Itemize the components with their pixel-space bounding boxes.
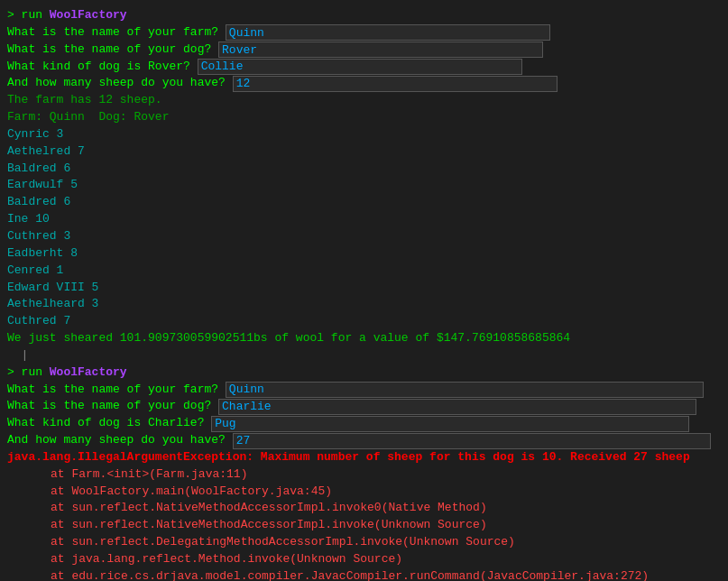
q2-line: What is the name of your dog? [7,42,728,59]
q2-input[interactable] [218,42,543,58]
q2-label: What is the name of your dog? [7,42,211,59]
output-0: The farm has 12 sheep. [7,92,728,109]
q1b-input[interactable] [226,382,704,398]
sheep-7: Eadberht 8 [7,245,728,263]
class-name-1: WoolFactory [50,7,127,24]
sheep-10: Aethelheard 3 [7,296,728,313]
sheep-0: Cynric 3 [7,126,728,143]
stack-6: at edu.rice.cs.drjava.model.compiler.Jav… [7,568,728,581]
terminal: > run WoolFactory What is the name of yo… [7,7,728,581]
sheep-6: Cuthred 3 [7,228,728,245]
sheep-2: Baldred 6 [7,161,728,178]
sheep-8: Cenred 1 [7,263,728,280]
q1-input[interactable] [226,24,550,41]
q2b-input[interactable] [218,399,696,415]
stack-3: at sun.reflect.NativeMethodAccessorImpl.… [7,517,728,534]
sheep-3: Eardwulf 5 [7,177,728,194]
q1b-label: What is the name of your farm? [7,382,218,399]
sheep-5: Ine 10 [7,211,728,228]
q1b-line: What is the name of your farm? [7,382,728,399]
q1-label: What is the name of your farm? [7,24,218,42]
output-1: Farm: Quinn Dog: Rover [7,109,728,126]
stack-2: at sun.reflect.NativeMethodAccessorImpl.… [7,500,728,517]
q2b-line: What is the name of your dog? [7,398,728,415]
run-line-1: > run WoolFactory [7,7,728,24]
sheep-9: Edward VIII 5 [7,280,728,297]
q4-input[interactable] [233,76,558,92]
divider: | [7,347,728,364]
class-name-2: WoolFactory [50,364,127,382]
q4-label: And how many sheep do you have? [7,75,226,92]
q3b-label: What kind of dog is Charlie? [7,415,204,432]
sheep-1: Aethelred 7 [7,143,728,161]
q4b-label: And how many sheep do you have? [7,432,226,449]
stack-1: at WoolFactory.main(WoolFactory.java:45) [7,484,728,501]
q4b-input[interactable] [233,433,711,449]
q3b-line: What kind of dog is Charlie? [7,415,728,432]
q1-line: What is the name of your farm? [7,24,728,42]
run-line-2: > run WoolFactory [7,364,728,382]
sheep-4: Baldred 6 [7,194,728,211]
stack-5: at java.lang.reflect.Method.invoke(Unkno… [7,551,728,568]
shear-line: We just sheared 101.909730059902511bs of… [7,330,728,347]
q2b-label: What is the name of your dog? [7,398,211,415]
stack-0: at Farm.<init>(Farm.java:11) [7,466,728,484]
q4-line: And how many sheep do you have? [7,75,728,92]
q3b-input[interactable] [211,416,689,432]
q3-input[interactable] [198,59,522,75]
stack-4: at sun.reflect.DelegatingMethodAccessorI… [7,534,728,551]
q3-label: What kind of dog is Rover? [7,59,190,76]
prompt-2: > run [7,364,50,382]
error-main: java.lang.IllegalArgumentException: Maxi… [7,449,728,466]
prompt-1: > run [7,7,50,24]
q4b-line: And how many sheep do you have? [7,432,728,449]
sheep-11: Cuthred 7 [7,313,728,330]
q3-line: What kind of dog is Rover? [7,59,728,76]
